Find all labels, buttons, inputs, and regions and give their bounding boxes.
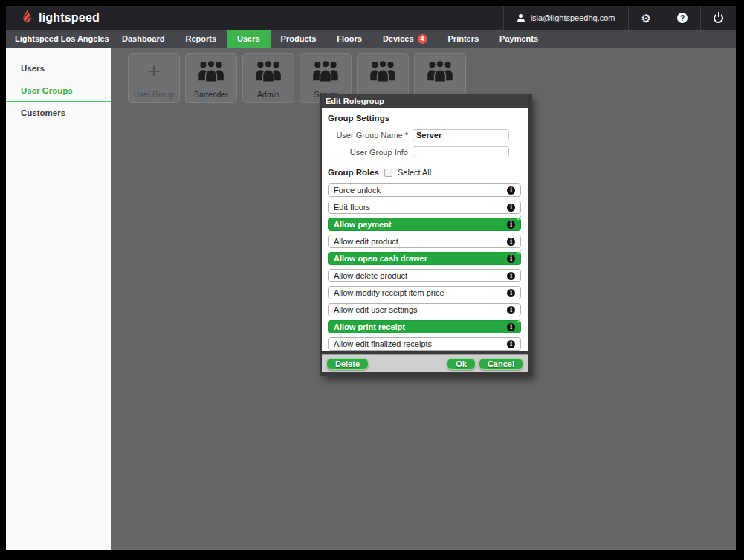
people-group-icon [415,60,465,82]
devices-count-badge: 4 [418,34,427,44]
people-group-icon [300,60,351,82]
sidebar: Users User Groups Customers [6,48,111,550]
tile-label: Bartender [186,90,236,99]
role-row-allow-edit-user-settings[interactable]: Allow edit user settings i [328,303,521,316]
selected-check-icon: ✓ [517,248,523,256]
ok-button[interactable]: Ok [447,358,476,370]
user-group-info-label: User Group Info [350,148,408,157]
tab-payments[interactable]: Payments [489,30,549,48]
role-row-edit-floors[interactable]: Edit floors i [328,201,521,214]
tab-users[interactable]: Users [227,30,271,48]
plus-icon: + [147,60,161,82]
location-name: Lightspeed Los Angeles [6,30,111,48]
info-icon[interactable]: i [507,272,515,280]
top-right-controls: lsla@lightspeedhq.com ⚙ ? [503,6,736,30]
people-group-icon [186,60,236,82]
help-icon: ? [677,13,688,23]
role-row-allow-print-receipt[interactable]: Allow print receipt i ✓ [328,320,521,333]
modal-footer: Delete Ok Cancel [322,354,528,372]
edit-rolegroup-modal: Edit Rolegroup Group Settings User Group… [320,94,532,376]
selected-check-icon: ✓ [517,316,523,325]
user-group-info-input[interactable] [413,146,509,157]
cancel-button[interactable]: Cancel [479,358,523,370]
roles-list: Force unlock i Edit floors i Allow payme… [328,183,521,351]
tile-label: User Group [129,90,179,99]
modal-title: Edit Rolegroup [322,94,528,108]
user-icon [517,14,525,22]
group-roles-heading: Group Roles [328,168,379,177]
main-nav: Lightspeed Los Angeles Dashboard Reports… [6,30,736,48]
nav-tabs: Dashboard Reports Users Products Floors … [111,30,549,48]
info-icon[interactable]: i [507,306,515,314]
role-row-allow-payment[interactable]: Allow payment i ✓ [328,218,521,231]
role-row-allow-edit-product[interactable]: Allow edit product i [328,235,521,248]
people-group-icon [243,60,294,82]
select-all-label: Select All [398,168,431,177]
tab-devices[interactable]: Devices 4 [372,30,438,48]
select-all-checkbox[interactable] [384,169,392,177]
logout-button[interactable] [700,6,736,30]
people-group-icon [358,60,408,82]
info-icon[interactable]: i [507,255,515,263]
sidebar-item-customers[interactable]: Customers [6,102,111,124]
account-email: lsla@lightspeedhq.com [531,13,615,22]
user-group-name-input[interactable] [413,129,509,140]
info-icon[interactable]: i [507,238,515,246]
app-window: lightspeed lsla@lightspeedhq.com ⚙ ? Lig… [6,6,736,550]
selected-check-icon: ✓ [517,214,523,222]
tab-printers[interactable]: Printers [438,30,490,48]
info-icon[interactable]: i [507,289,515,297]
power-icon [714,13,723,23]
role-row-allow-edit-finalized-receipts[interactable]: Allow edit finalized receipts i [328,337,521,351]
info-icon[interactable]: i [507,340,515,348]
add-user-group-tile[interactable]: + User Group [128,53,180,103]
top-bar: lightspeed lsla@lightspeedhq.com ⚙ ? [6,6,736,30]
tab-reports[interactable]: Reports [175,30,227,48]
user-group-tile-bartender[interactable]: Bartender [185,53,237,103]
tab-dashboard[interactable]: Dashboard [111,30,175,48]
info-icon[interactable]: i [507,204,515,212]
user-group-name-label: User Group Name * [336,131,408,140]
brand-logo: lightspeed [6,9,100,27]
gear-icon: ⚙ [641,13,651,24]
role-row-force-unlock[interactable]: Force unlock i [328,183,521,197]
user-group-tile-admin[interactable]: Admin [242,53,294,103]
settings-button[interactable]: ⚙ [628,6,664,30]
group-settings-heading: Group Settings [328,114,521,123]
sidebar-item-users[interactable]: Users [6,57,111,79]
role-row-allow-delete-product[interactable]: Allow delete product i [328,269,521,282]
delete-button[interactable]: Delete [326,358,369,370]
tab-floors[interactable]: Floors [326,30,372,48]
info-icon[interactable]: i [507,186,515,195]
flame-icon [21,9,33,27]
brand-name: lightspeed [39,11,100,25]
role-row-allow-open-cash-drawer[interactable]: Allow open cash drawer i ✓ [328,252,521,265]
role-row-allow-modify-receipt-item-price[interactable]: Allow modify receipt item price i [328,286,521,299]
tab-products[interactable]: Products [271,30,327,48]
sidebar-item-user-groups[interactable]: User Groups [6,79,111,102]
help-button[interactable]: ? [664,6,700,30]
info-icon[interactable]: i [507,221,515,229]
info-icon[interactable]: i [507,323,515,331]
account-menu[interactable]: lsla@lightspeedhq.com [503,6,628,30]
tile-label: Admin [243,90,294,99]
